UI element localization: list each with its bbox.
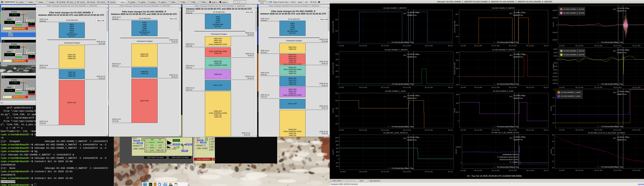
svg-text:-5h,1m,40s: -5h,1m,40s [359, 171, 367, 172]
svg-text:-5h,1m,30s: -5h,1m,30s [613, 86, 622, 88]
svg-text:-5h,1m,35s: -5h,1m,35s [594, 169, 602, 171]
svg-text:100: 100 [336, 76, 338, 78]
svg-text:T2=-5h,1m,28s,375ms,770µs: T2=-5h,1m,28s,375ms,770µs [602, 41, 624, 43]
svg-text:1s,192ms,785µs: 1s,192ms,785µs [407, 136, 420, 138]
svg-text:-14000: -14000 [552, 82, 557, 84]
svg-text:0: 0 [458, 76, 459, 78]
svg-text:,1m,45s: ,1m,45s [338, 45, 344, 47]
svg-text:-40: -40 [552, 122, 554, 124]
svg-text:-5h,1m,30s: -5h,1m,30s [613, 129, 622, 131]
svg-text:500: 500 [335, 92, 338, 94]
svg-text:0.838374 Hz: 0.838374 Hz [617, 139, 626, 141]
svg-text:200: 200 [456, 59, 459, 61]
svg-text:-5h,1m,: -5h,1m, [448, 171, 453, 172]
svg-text:22: 22 [552, 160, 554, 162]
svg-text:0: 0 [554, 88, 554, 90]
svg-text:T2=-5h,1m,28s,375ms,770µs: T2=-5h,1m,28s,375ms,770µs [392, 83, 414, 85]
svg-text:T2=-5h,1m,28s,375ms,770µs: T2=-5h,1m,28s,375ms,770µs [497, 126, 519, 128]
svg-text:counts: counts [454, 108, 456, 113]
svg-text:counts: counts [332, 150, 334, 155]
svg-text:10000: 10000 [552, 32, 557, 33]
svg-text:,1m,45s: ,1m,45s [338, 129, 344, 131]
svg-text:-5h,1m,35s: -5h,1m,35s [380, 45, 389, 47]
svg-text:,1m,45s: ,1m,45s [460, 129, 466, 131]
svg-text:T2=-5h,1m,28s,375ms,770µs: T2=-5h,1m,28s,375ms,770µs [392, 167, 414, 169]
svg-text:T2=-5h,1m,28s,375ms,770µs: T2=-5h,1m,28s,375ms,770µs [602, 83, 624, 85]
svg-text:-5h,1m,25s: -5h,1m,25s [424, 86, 433, 88]
svg-text:-20: -20 [552, 105, 554, 107]
svg-text:ΔT=: ΔT= [404, 13, 406, 15]
svg-text:ΔT=: ΔT= [613, 8, 616, 10]
svg-text:,1m,45s: ,1m,45s [558, 45, 565, 47]
svg-text:0.838374 Hz: 0.838374 Hz [407, 14, 417, 16]
svg-text:-5h,1m,: -5h,1m, [448, 86, 453, 88]
svg-text:0.838374 Hz: 0.838374 Hz [513, 14, 523, 16]
svg-text:H1:ASC-DHARD_P_OUT16: H1:ASC-DHARD_P_OUT16 [563, 54, 584, 56]
svg-text:0.838374 Hz: 0.838374 Hz [617, 93, 626, 95]
svg-text:20: 20 [552, 167, 554, 169]
svg-text:-5h,1m,40s: -5h,1m,40s [359, 86, 367, 88]
svg-text:-5h,1m,25s: -5h,1m,25s [526, 86, 534, 88]
svg-text:-12000: -12000 [552, 79, 557, 81]
svg-text:200: 200 [456, 24, 458, 26]
svg-text:-5h,1m: -5h,1m [544, 45, 548, 47]
svg-text:,1m,45s: ,1m,45s [338, 86, 344, 88]
svg-text:-5h,1m,40s: -5h,1m,40s [474, 169, 482, 171]
svg-text:-5h,1m,25s: -5h,1m,25s [526, 169, 534, 171]
svg-text:0.838374 Hz: 0.838374 Hz [513, 56, 523, 58]
svg-text:1s,192ms,785µs: 1s,192ms,785µs [513, 136, 526, 138]
svg-text:300: 300 [456, 94, 459, 96]
svg-text:26: 26 [552, 147, 554, 149]
svg-text:200: 200 [456, 102, 459, 104]
svg-text:ΔT=: ΔT= [404, 54, 406, 56]
svg-text:200: 200 [335, 115, 338, 117]
svg-text:0.838374 Hz: 0.838374 Hz [407, 139, 417, 141]
svg-text:-10000: -10000 [552, 75, 557, 77]
svg-text:ΔT=: ΔT= [613, 137, 616, 139]
svg-text:H1:ASC-CHARD_Y_SWSTAT: H1:ASC-CHARD_Y_SWSTAT [384, 7, 406, 9]
svg-text:-200: -200 [336, 162, 339, 164]
svg-text:100: 100 [456, 67, 459, 69]
svg-text:2025/10/14 08:02:11 PDT: 2025/10/14 08:02:11 PDT [500, 159, 518, 160]
svg-text:0.838374 Hz: 0.838374 Hz [513, 97, 523, 99]
svg-text:100: 100 [335, 123, 338, 125]
svg-text:T2=-5h,1m,28s,375ms,770µs: T2=-5h,1m,28s,375ms,770µs [392, 126, 414, 128]
svg-text:-5h,1m,35s: -5h,1m,35s [380, 86, 389, 88]
svg-text:-5h,1m,25s: -5h,1m,25s [632, 169, 640, 171]
svg-text:,1m,45s: ,1m,45s [558, 86, 565, 88]
svg-text:0: 0 [338, 158, 339, 160]
svg-text:10000: 10000 [552, 17, 557, 19]
svg-text:ΔT=: ΔT= [510, 96, 513, 98]
svg-text:1s,192ms,785µs: 1s,192ms,785µs [407, 12, 420, 14]
svg-text:T2=-5h,1m,28s,375ms,770µs: T2=-5h,1m,28s,375ms,770µs [602, 126, 624, 128]
svg-text:1s,192ms,785µs: 1s,192ms,785µs [407, 53, 420, 55]
svg-text:28: 28 [552, 141, 554, 142]
svg-text:H1:ASC-DHARD_Y_GAIN: H1:ASC-DHARD_Y_GAIN [561, 91, 580, 94]
svg-text:ΔT=: ΔT= [510, 13, 513, 15]
svg-text:-5h,1m,25s: -5h,1m,25s [424, 45, 433, 47]
svg-text:H1:ASC-DHARD_P_SWSTAT: H1:ASC-DHARD_P_SWSTAT [492, 49, 516, 51]
svg-text:-5h,1m,30s: -5h,1m,30s [402, 171, 411, 172]
svg-text:-5h,1m,40s: -5h,1m,40s [575, 169, 584, 171]
svg-text:-10: -10 [552, 97, 554, 99]
svg-text:T2=-5h,1m,28s,375ms,770µs: T2=-5h,1m,28s,375ms,770µs [392, 41, 414, 43]
svg-text:H1:ASC-CHARD_Y_OUT16: H1:ASC-CHARD_Y_OUT16 [563, 8, 584, 10]
svg-text:400: 400 [336, 151, 339, 153]
svg-text:H1:ASC-CHARD_Y_GAIN: H1:ASC-CHARD_Y_GAIN [385, 90, 406, 92]
svg-text:1000: 1000 [335, 140, 339, 142]
svg-text:-5h,1m,25s: -5h,1m,25s [526, 129, 534, 131]
svg-text:-6000: -6000 [553, 69, 557, 71]
svg-text:H1:ASC-CHARD_P_SWSTAT: H1:ASC-CHARD_P_SWSTAT [492, 7, 515, 9]
svg-text:ΔT=: ΔT= [613, 91, 616, 94]
svg-text:,1m,45s: ,1m,45s [460, 45, 466, 47]
svg-text:-5h,1m,25s: -5h,1m,25s [526, 45, 534, 47]
svg-text:100: 100 [456, 111, 459, 113]
svg-text:-2000: -2000 [553, 62, 557, 64]
svg-text:6000: 6000 [554, 48, 557, 50]
svg-text:counts: counts [550, 106, 552, 111]
svg-text:200: 200 [335, 19, 338, 21]
svg-text:500: 500 [336, 53, 338, 55]
svg-text:-5h,1m,30s: -5h,1m,30s [508, 129, 517, 131]
svg-text:1m,45s: 1m,45s [340, 171, 346, 172]
svg-text:ΔT=: ΔT= [510, 54, 513, 56]
